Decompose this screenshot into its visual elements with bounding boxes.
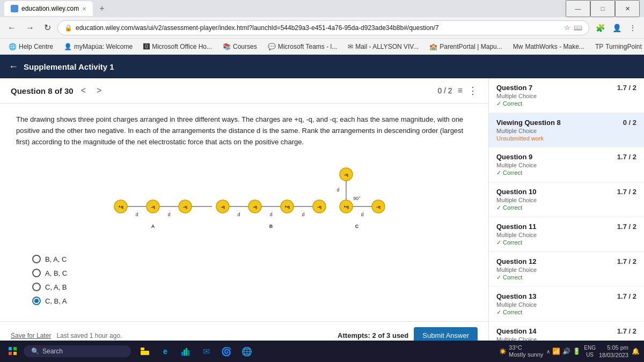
choice-cba[interactable]: C, B, A (32, 297, 472, 305)
new-tab-button[interactable]: + (95, 4, 108, 13)
sq13-type: Multiple Choice (496, 301, 537, 308)
refresh-button[interactable]: ↻ (41, 20, 54, 35)
sidebar-q9[interactable]: Question 9 Multiple Choice Correct 1.7 /… (489, 147, 644, 182)
bookmark-mathworks-icon: Mw (513, 43, 523, 50)
question-nav: Question 8 of 30 < > (11, 85, 105, 97)
minimize-button[interactable]: — (566, 0, 590, 17)
locale-region: US (586, 351, 594, 358)
choice-abc[interactable]: A, B, C (32, 269, 472, 277)
app-back-icon[interactable]: ← (9, 61, 18, 72)
weather-widget[interactable]: ☀️ 33°C Mostly sunny (499, 344, 543, 358)
wifi-icon[interactable]: 📶 (552, 348, 560, 355)
taskbar-app-taskmgr[interactable] (176, 342, 195, 361)
list-icon[interactable]: ≡ (458, 86, 463, 95)
svg-text:-q: -q (344, 172, 348, 177)
extensions-icon[interactable]: 🧩 (592, 21, 608, 34)
address-bar-row: ← → ↻ 🔒 education.wiley.com/was/ui/v2/as… (0, 17, 644, 39)
sidebar-q12[interactable]: Question 12 Multiple Choice Correct 1.7 … (489, 252, 644, 287)
back-button[interactable]: ← (4, 21, 19, 35)
start-button[interactable] (4, 343, 21, 360)
weather-condition: Mostly sunny (509, 351, 543, 358)
system-tray[interactable]: ∧ 📶 🔊 🔋 (546, 348, 581, 355)
sidebar-q8[interactable]: Viewing Question 8 Multiple Choice Unsub… (489, 113, 644, 147)
clock-display[interactable]: 5:05 pm 18/03/2023 (599, 344, 628, 359)
sq12-status: Correct (496, 274, 537, 281)
question-label: Question 8 of 30 (11, 86, 74, 95)
sidebar-q13[interactable]: Question 13 Multiple Choice Correct 1.7 … (489, 287, 644, 322)
sq10-type: Multiple Choice (496, 197, 537, 203)
read-icon[interactable]: 📖 (574, 24, 582, 32)
sq13-right: 1.7 / 2 (617, 292, 636, 300)
taskbar-app-explorer[interactable] (135, 342, 155, 361)
radio-bac[interactable] (32, 255, 41, 263)
radio-cab[interactable] (32, 283, 41, 291)
sidebar-q10[interactable]: Question 10 Multiple Choice Correct 1.7 … (489, 182, 644, 217)
sq11-right: 1.7 / 2 (617, 223, 636, 231)
settings-icon[interactable]: ⋮ (626, 21, 640, 34)
chevron-up-icon[interactable]: ∧ (546, 349, 550, 354)
locale-display[interactable]: ENG US (584, 344, 596, 358)
bookmark-mathworks[interactable]: Mw MathWorks - Make... (509, 42, 589, 51)
svg-text:d: d (135, 212, 138, 217)
sq7-left: Question 7 Multiple Choice Correct (496, 84, 537, 107)
bookmark-parentportal[interactable]: 🏫 ParentPortal | Mapu... (425, 42, 507, 51)
svg-text:-q: -q (317, 204, 321, 209)
notification-icon[interactable]: 🔔 (632, 348, 640, 355)
question-header: Question 8 of 30 < > 0 / 2 ≡ ⋮ (0, 78, 488, 104)
radio-abc[interactable] (32, 269, 41, 277)
svg-text:+q: +q (343, 204, 349, 209)
bookmark-mymapua[interactable]: 👤 myMapúa: Welcome (60, 42, 137, 51)
bookmark-msteams[interactable]: 💬 Microsoft Teams - l... (264, 42, 341, 51)
svg-text:d: d (269, 212, 272, 217)
bookmark-help[interactable]: 🌐 Help Centre (4, 42, 57, 51)
radio-cba[interactable] (32, 297, 41, 305)
svg-rect-39 (186, 348, 187, 356)
taskbar-search-text: Search (42, 348, 63, 355)
bookmark-mail[interactable]: ✉ Mail - ALLYSON VIV... (343, 42, 423, 51)
svg-text:90°: 90° (353, 196, 361, 201)
favorite-icon[interactable]: ☆ (564, 24, 570, 32)
sq8-left: Viewing Question 8 Multiple Choice Unsub… (496, 119, 561, 142)
taskbar-app-blue[interactable]: 🌀 (217, 342, 236, 361)
sq10-score: 1.7 / 2 (617, 188, 636, 196)
taskmanager-icon (181, 346, 191, 356)
sq10-status: Correct (496, 204, 537, 211)
address-box[interactable]: 🔒 education.wiley.com/was/ui/v2/assessme… (57, 20, 589, 35)
choice-cba-label: C, B, A (45, 297, 67, 305)
prev-question-button[interactable]: < (78, 85, 89, 97)
app-title: Supplemental Activity 1 (24, 62, 114, 71)
maximize-button[interactable]: □ (590, 0, 615, 17)
main-area: Question 8 of 30 < > 0 / 2 ≡ ⋮ The drawi… (0, 78, 644, 362)
sidebar-q7[interactable]: Question 7 Multiple Choice Correct 1.7 /… (489, 78, 644, 113)
progress-score: 0 / 2 (437, 86, 452, 95)
sq10-left: Question 10 Multiple Choice Correct (496, 188, 537, 211)
taskbar-right: ☀️ 33°C Mostly sunny ∧ 📶 🔊 🔋 ENG US 5:05… (499, 344, 640, 359)
bookmark-msoffice[interactable]: 🅾 Microsoft Office Ho... (139, 42, 216, 51)
last-saved-text: Last saved 1 hour ago. (56, 332, 122, 339)
battery-icon[interactable]: 🔋 (573, 348, 581, 355)
sq10-right: 1.7 / 2 (617, 188, 636, 196)
taskbar-app-browser[interactable]: e (156, 342, 175, 361)
tab-close-icon[interactable]: ✕ (82, 6, 86, 12)
taskbar-app-chrome[interactable]: 🌐 (237, 342, 257, 361)
taskbar-app-mail[interactable]: ✉ (196, 342, 216, 361)
bookmark-turningpoint[interactable]: TP TurningPoint - Parti... (591, 42, 644, 51)
bookmarks-bar: 🌐 Help Centre 👤 myMapúa: Welcome 🅾 Micro… (0, 39, 644, 55)
forward-button[interactable]: → (23, 21, 38, 35)
choice-cab[interactable]: C, A, B (32, 283, 472, 291)
save-later-button[interactable]: Save for Later (11, 332, 51, 339)
more-icon[interactable]: ⋮ (468, 85, 478, 97)
volume-icon[interactable]: 🔊 (562, 348, 570, 355)
close-button[interactable]: ✕ (615, 0, 640, 17)
bookmark-courses[interactable]: 📚 Courses (218, 42, 261, 51)
next-question-button[interactable]: > (93, 85, 105, 97)
bookmark-mymapua-icon: 👤 (64, 43, 72, 50)
svg-text:-q: -q (221, 204, 225, 209)
right-sidebar: Question 7 Multiple Choice Correct 1.7 /… (488, 78, 644, 362)
taskbar-search-box[interactable]: 🔍 Search (24, 345, 131, 357)
active-tab[interactable]: education.wiley.com ✕ (4, 1, 93, 16)
sq10-title: Question 10 (496, 188, 537, 196)
choice-bac[interactable]: B, A, C (32, 255, 472, 263)
profile-icon[interactable]: 👤 (609, 21, 625, 34)
sidebar-q11[interactable]: Question 11 Multiple Choice Correct 1.7 … (489, 217, 644, 252)
